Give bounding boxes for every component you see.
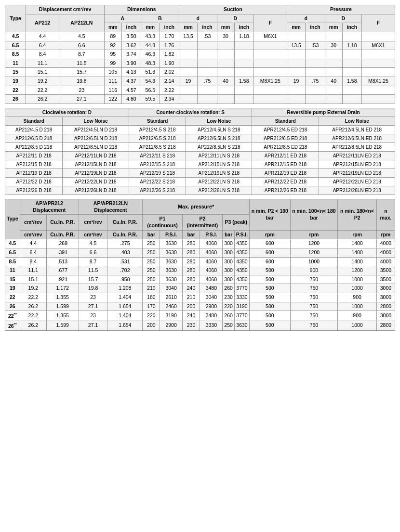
- table1-section: Type Displacement cm³/rev Dimensions Suc…: [5, 5, 395, 104]
- t3-n2: 750: [290, 293, 338, 302]
- t3-n3: 900: [338, 293, 377, 302]
- t3-p3-bar: 300: [223, 248, 235, 257]
- t2-cw-ln: AP212/19LN D 218: [63, 169, 129, 178]
- b-mm-header: mm: [141, 23, 160, 32]
- t3-ln-cm3: 11.5: [79, 266, 107, 275]
- t3-p3-bar: 230: [223, 293, 235, 302]
- t3-p1-bar: 170: [143, 302, 160, 311]
- cw-standard-header: Standard: [5, 117, 63, 126]
- t3-nmax: 2800: [376, 321, 395, 330]
- t1-pd-in: .53: [306, 41, 325, 50]
- t3-cm3-header: cm³/rev: [20, 215, 46, 230]
- t3-p1-psi: 3630: [160, 257, 182, 266]
- t3-p1-bar: 250: [143, 266, 160, 275]
- t3-n3: 1000: [338, 302, 377, 311]
- suction-header: Suction: [179, 5, 287, 14]
- t1-pd-in: [306, 95, 325, 104]
- t3-type: 8.5: [5, 257, 20, 266]
- t1-sF: M6X1: [253, 32, 287, 41]
- t1-a-mm: 105: [104, 68, 121, 77]
- t1-sF: [253, 50, 287, 59]
- t1-sd-in: [198, 95, 217, 104]
- ccw-lownoise-header: Low Noise: [186, 117, 252, 126]
- t2-cw-ln: AP212/26LN D 218: [63, 186, 129, 195]
- t3-n3-rpm: rpm: [338, 230, 377, 239]
- t3-cm3-sub: cm³/rev: [20, 230, 46, 239]
- pd-mm-header: mm: [287, 23, 306, 32]
- t1-pD-mm: [325, 95, 342, 104]
- t3-p1-header: P1 (continuous): [143, 215, 182, 230]
- t3-n2: 1000: [290, 257, 338, 266]
- t1-a-in: 4.37: [121, 77, 141, 86]
- t2-rev-s: APR212/26 ED 218: [252, 186, 319, 195]
- t3-ln-cm3: 15.7: [79, 275, 107, 284]
- sd-mm-header: mm: [179, 23, 198, 32]
- t3-p3-psi: 4350: [234, 266, 249, 275]
- t1-pd-mm: [287, 86, 306, 95]
- t1-ap212: 22.2: [26, 86, 59, 95]
- t1-pd-mm: 19: [287, 77, 306, 86]
- t3-p3-bar-header: bar: [223, 230, 235, 239]
- t2-rev-s: APR212/8.5 ED 218: [252, 143, 319, 152]
- t3-n1: 500: [250, 293, 290, 302]
- t3-ln-cm3-sub: cm³/rev: [79, 230, 107, 239]
- t1-a-mm: 99: [104, 59, 121, 68]
- t3-p1-psi: 3630: [160, 239, 182, 248]
- t3-p3-psi: 3770: [234, 311, 249, 321]
- t1-type: 22: [5, 86, 26, 95]
- t1-pF: [361, 86, 395, 95]
- t3-ln-cm3-header: cm³/rev: [79, 215, 107, 230]
- t3-p3-bar: 300: [223, 266, 235, 275]
- t2-ccw-s: AP212/15 S 218: [129, 160, 186, 169]
- t1-pd-mm: [287, 32, 306, 41]
- t3-cm3: 4.4: [20, 239, 46, 248]
- t3-p2-bar: 280: [182, 239, 200, 248]
- t2-cw-ln: AP212/8.5LN D 218: [63, 143, 129, 152]
- t1-b-in: 2.02: [160, 68, 179, 77]
- t1-pD-mm: [325, 86, 342, 95]
- t1-sD-in: [234, 86, 253, 95]
- rev-header: Reversible pump External Drain: [252, 108, 395, 117]
- t3-ln-cm3: 23: [79, 293, 107, 302]
- t3-n3-header: n min. 180<n< P2: [338, 199, 377, 231]
- t1-b-in: 1.70: [160, 32, 179, 41]
- t1-sF: [253, 86, 287, 95]
- t3-cm3: 11.1: [20, 266, 46, 275]
- t3-p2-psi: 4060: [200, 266, 223, 275]
- t1-sd-mm: [179, 86, 198, 95]
- t3-type: 19: [5, 284, 20, 293]
- t3-p3-psi: 4350: [234, 275, 249, 284]
- t3-ln-cm3: 4.5: [79, 239, 107, 248]
- a-header: A: [104, 14, 141, 23]
- t1-pD-in: [342, 95, 361, 104]
- t2-cw-s: AP212/22 D 218: [5, 178, 63, 186]
- t1-sD-mm: [217, 59, 234, 68]
- t1-pD-in: [342, 50, 361, 59]
- t3-ln-cm3: 19.8: [79, 284, 107, 293]
- t2-ccw-ln: AP212/26LN S 218: [186, 186, 252, 195]
- t3-n1: 500: [250, 275, 290, 284]
- t1-pd-mm: [287, 50, 306, 59]
- t3-p1-bar-header: bar: [143, 230, 160, 239]
- t1-ap212ln: 8.7: [59, 50, 105, 59]
- table3-section: Type AP/APR212 Displacement AP/APR212LN …: [5, 199, 395, 331]
- t3-nmax: 3000: [376, 293, 395, 302]
- t1-ap212ln: 23: [59, 86, 105, 95]
- t3-n3: 1000: [338, 275, 377, 284]
- t1-type: 11: [5, 59, 26, 68]
- t2-rev-ln: APR212/26LN ED 218: [319, 186, 395, 195]
- t3-p1-bar: 220: [143, 311, 160, 321]
- t2-rev-ln: APR212/15LN ED 218: [319, 160, 395, 169]
- cw-header: Clockwise rotation: D: [5, 108, 129, 117]
- t1-sD-mm: [217, 50, 234, 59]
- t3-p2-header: P2 (intermittent): [182, 215, 223, 230]
- t3-cm3: 26.2: [20, 321, 46, 330]
- t3-p1-psi: 3630: [160, 266, 182, 275]
- t1-type: 19: [5, 77, 26, 86]
- t3-ln-cuin: 1.654: [107, 321, 143, 330]
- t1-ap212ln: 4.5: [59, 32, 105, 41]
- t3-p3-psi: 3190: [234, 302, 249, 311]
- pD-mm-header: mm: [325, 23, 342, 32]
- t1-a-in: 4.13: [121, 68, 141, 77]
- t1-sD-in: [234, 59, 253, 68]
